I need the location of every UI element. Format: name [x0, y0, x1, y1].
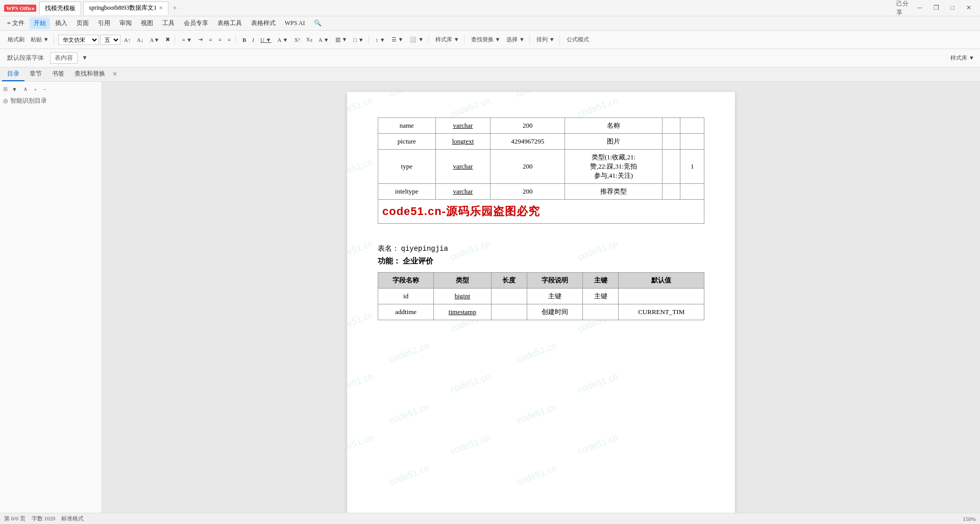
style-label-content[interactable]: 表内容 — [50, 52, 78, 64]
sidebar-up-button[interactable]: ∧ — [21, 85, 30, 93]
font-color-button[interactable]: A▼ — [148, 36, 162, 44]
font-size-up-button[interactable]: A↑ — [121, 36, 133, 44]
menu-view[interactable]: 视图 — [137, 17, 157, 29]
menu-page[interactable]: 页面 — [72, 17, 93, 29]
paste-button[interactable]: 粘贴 ▼ — [28, 35, 52, 44]
tab-document-label: springbootb8t93数据库文1 — [89, 4, 157, 12]
cell-field: picture — [378, 134, 436, 150]
status-layout: 标准格式 — [61, 515, 84, 522]
format-brush-button[interactable]: 格式刷 — [5, 35, 27, 44]
menu-vip[interactable]: 会员专享 — [180, 17, 212, 29]
sidebar-add-button[interactable]: + — [32, 85, 39, 93]
nav-tabs-close-button[interactable]: ✕ — [112, 70, 117, 78]
maximize-button[interactable]: □ — [945, 3, 960, 13]
menu-insert[interactable]: 插入 — [51, 17, 71, 29]
title-bar-tabs: 找模壳模板 springbootb8t93数据库文1 ✕ + — [39, 2, 179, 15]
menu-table-tools[interactable]: 表格工具 — [213, 17, 246, 29]
restore-button[interactable]: ❐ — [929, 3, 943, 13]
sidebar-minus-button[interactable]: − — [41, 85, 48, 93]
cell-type: longtext — [435, 134, 491, 150]
close-button[interactable]: ✕ — [962, 3, 976, 13]
style-dropdown-icon[interactable]: ▼ — [80, 53, 90, 63]
menu-search-icon[interactable]: 🔍 — [310, 18, 326, 29]
menu-reference[interactable]: 引用 — [94, 17, 114, 29]
italic-button[interactable]: I — [250, 36, 257, 44]
subscript-button[interactable]: X₂ — [304, 35, 315, 44]
cell-pk — [662, 150, 680, 184]
border-button[interactable]: □ ▼ — [351, 36, 366, 44]
table-row: id bigint 主键 主键 — [378, 289, 704, 304]
cell-desc: 创建时间 — [527, 304, 582, 320]
nav-tab-find[interactable]: 查找和替换 — [69, 67, 110, 81]
cell-desc: 图片 — [565, 134, 662, 150]
styles-button[interactable]: 样式库 ▼ — [433, 35, 462, 44]
th-type: 类型 — [434, 273, 491, 289]
nav-tab-bookmark[interactable]: 书签 — [47, 67, 69, 81]
font-size-select[interactable]: 五号 — [100, 35, 120, 45]
toolbar-font-group: 华文仿宋 五号 A↑ A↓ A▼ ✖ — [56, 35, 176, 45]
align-right-button[interactable]: ≡ — [225, 36, 233, 44]
sidebar-collapse-all[interactable]: ▼ — [10, 85, 19, 93]
window-controls: 己分享 ─ ❐ □ ✕ — [896, 3, 976, 13]
cell-type: varchar — [435, 150, 491, 184]
clear-format-button[interactable]: ✖ — [163, 35, 173, 44]
cell-default — [680, 184, 704, 200]
toolbar-bold-group: B I U ▼ A ▼ X² X₂ A ▼ ▥ ▼ □ ▼ — [238, 35, 369, 44]
align-center-button[interactable]: ≡ — [215, 36, 224, 44]
bold-button[interactable]: B — [240, 36, 249, 44]
font-name-select[interactable]: 华文仿宋 — [58, 35, 99, 45]
tab-template[interactable]: 找模壳模板 — [39, 2, 81, 15]
list-button[interactable]: ≡ ▼ — [179, 36, 194, 44]
cell-field: type — [378, 150, 436, 184]
font-color2-button[interactable]: A ▼ — [316, 36, 332, 44]
cell-type: varchar — [435, 184, 491, 200]
cell-desc: 主键 — [527, 289, 582, 304]
nav-tab-toc[interactable]: 目录 — [2, 67, 24, 81]
smart-toc[interactable]: ◎ 智能识别目录 — [3, 97, 99, 105]
table-row: picture longtext 4294967295 图片 — [378, 134, 704, 150]
shade-button[interactable]: ▥ ▼ — [333, 35, 350, 44]
expand-icon[interactable]: ⊞ — [3, 86, 8, 92]
menu-bar: ≡ 文件 开始 插入 页面 引用 审阅 视图 工具 会员专享 表格工具 表格样式… — [0, 16, 980, 31]
superscript-button[interactable]: X² — [291, 36, 302, 44]
toolbar-formula-group: 公式模式 — [562, 35, 594, 44]
arrange-button[interactable]: 排列 ▼ — [534, 35, 557, 44]
doc-area[interactable]: code51.cn code51.cn code51.cn code51.cn … — [102, 82, 980, 524]
menu-wps-ai[interactable]: WPS AI — [281, 18, 309, 29]
minimize-button[interactable]: ─ — [913, 3, 927, 13]
nav-tab-chapter[interactable]: 章节 — [24, 67, 47, 81]
shading-button[interactable]: ⬜ ▼ — [407, 35, 426, 44]
cell-length: 200 — [491, 118, 565, 134]
cell-type: varchar — [435, 118, 491, 134]
indent-button[interactable]: ⇥ — [195, 35, 205, 44]
styles-panel-button[interactable]: 样式库 ▼ — [948, 53, 977, 63]
share-button[interactable]: 己分享 — [896, 3, 911, 13]
find-replace-button[interactable]: 查找替换 ▼ — [469, 35, 503, 44]
table-row-copyright: code51.cn-源码乐园盗图必究 — [378, 200, 704, 224]
menu-review[interactable]: 审阅 — [115, 17, 136, 29]
tab-document[interactable]: springbootb8t93数据库文1 ✕ — [83, 2, 168, 15]
font-size-down-button[interactable]: A↓ — [134, 36, 146, 44]
select-button[interactable]: 选择 ▼ — [504, 35, 527, 44]
status-bar: 第 0/0 页 字数 1020 标准格式 150% — [0, 513, 980, 524]
tab-document-close[interactable]: ✕ — [159, 5, 163, 11]
align-left-button[interactable]: ≡ — [206, 36, 214, 44]
formula-button[interactable]: 公式模式 — [564, 35, 592, 44]
wps-logo: WPS Office — [4, 5, 36, 12]
menu-start[interactable]: 开始 — [30, 17, 50, 29]
cell-type: bigint — [434, 289, 491, 304]
sidebar: ⊞ ▼ ∧ + − ◎ 智能识别目录 — [0, 82, 102, 524]
smart-toc-label: 智能识别目录 — [10, 97, 47, 105]
highlight-button[interactable]: A ▼ — [275, 36, 291, 44]
toolbar-arrange-group: 排列 ▼ — [532, 35, 560, 44]
paragraph-spacing-button[interactable]: ☰ ▼ — [389, 35, 406, 44]
cell-length: 200 — [491, 150, 565, 184]
underline-button[interactable]: U ▼ — [258, 36, 274, 44]
status-zoom: 150% — [963, 516, 976, 522]
menu-tools[interactable]: 工具 — [158, 17, 179, 29]
line-spacing-button[interactable]: ↕ ▼ — [373, 36, 388, 44]
menu-table-style[interactable]: 表格样式 — [247, 17, 280, 29]
menu-file[interactable]: ≡ 文件 — [3, 17, 29, 29]
toolbar-styles-group: 样式库 ▼ — [431, 35, 464, 44]
tab-add-button[interactable]: + — [170, 4, 179, 13]
